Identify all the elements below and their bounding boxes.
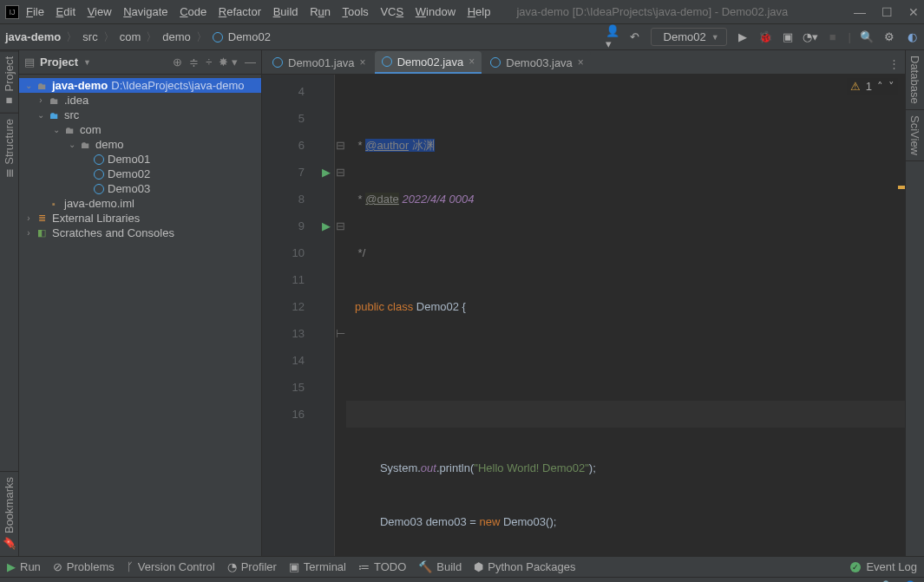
side-tab-bookmarks[interactable]: 🔖Bookmarks [0,471,18,556]
menu-file[interactable]: File [26,5,44,18]
minimize-icon[interactable]: — [854,5,866,19]
back-arrow-icon[interactable]: ↶ [628,30,642,44]
menu-view[interactable]: View [88,5,112,18]
crumb-com[interactable]: com [120,30,141,43]
coverage-icon[interactable]: ▣ [781,30,795,44]
tree-src[interactable]: ⌄🖿 src [19,108,261,122]
menu-run[interactable]: Run [310,5,331,18]
settings-icon[interactable]: ⚙ [882,30,896,44]
tree-demo[interactable]: ⌄🖿 demo [19,137,261,152]
gear-icon[interactable]: ✸ ▾ [219,56,238,69]
class-icon [272,57,283,68]
side-tab-sciview[interactable]: SciView [906,110,924,161]
run-icon[interactable]: ▶ [736,30,750,44]
tree-demo01[interactable]: Demo01 [19,152,261,167]
tree-iml[interactable]: ▪ java-demo.iml [19,196,261,211]
crumb-demo[interactable]: demo [162,30,191,43]
crumb-file[interactable]: Demo02 [228,30,271,43]
tab-close-icon[interactable]: × [578,56,584,69]
project-tree: ⌄🖿 java-demoD:\IdeaProjects\java-demo ›🖿… [19,75,261,244]
menu-code[interactable]: Code [180,5,206,18]
crumb-src[interactable]: src [82,30,97,43]
breadcrumb: java-demo 〉 src 〉 com 〉 demo 〉 Demo02 [5,29,271,45]
line-gutter: 456 789 101112 131415 16 [262,75,318,556]
class-icon [213,32,223,43]
debug-icon[interactable]: 🐞 [758,30,772,44]
warning-icon: ⚠ [850,80,861,93]
tool-profiler[interactable]: ◔Profiler [227,560,277,573]
plugin-icon[interactable]: ◐ [905,30,919,44]
target-icon[interactable]: ⊕ [173,56,182,69]
menu-window[interactable]: Window [416,5,455,18]
hide-icon[interactable]: — [245,56,256,69]
tree-scratches[interactable]: ›◧ Scratches and Consoles [19,226,261,240]
tool-build[interactable]: 🔨Build [418,560,462,573]
menu-edit[interactable]: Edit [56,5,75,18]
expand-icon[interactable]: ÷ [206,56,212,69]
menu-tools[interactable]: Tools [342,5,368,18]
class-icon [490,57,501,68]
tool-event-log[interactable]: Event Log [866,560,917,573]
tree-demo02[interactable]: Demo02 [19,167,261,181]
menu-navigate[interactable]: Navigate [123,5,167,18]
side-tab-project[interactable]: ■Project [0,50,18,113]
run-gutter[interactable]: ▶ ▶ [318,75,334,556]
inspection-widget[interactable]: ⚠ 1 ˄ ˅ [847,78,898,95]
tool-version-control[interactable]: ᚴVersion Control [127,560,215,573]
class-icon [382,56,392,67]
crumb-root[interactable]: java-demo [5,30,61,43]
menu-refactor[interactable]: Refactor [219,5,261,18]
app-logo-icon: IJ [5,5,19,19]
chevron-up-icon[interactable]: ˄ [877,80,883,93]
project-tool-icon: ▤ [24,56,35,69]
tool-python[interactable]: ⬢Python Packages [474,560,575,573]
tool-problems[interactable]: ⊘Problems [53,560,115,573]
chevron-down-icon[interactable]: ˅ [888,80,895,93]
project-view-dropdown[interactable]: ▼ [83,58,91,67]
menu-build[interactable]: Build [273,5,298,18]
close-icon[interactable]: ✕ [908,5,919,19]
tree-root[interactable]: ⌄🖿 java-demoD:\IdeaProjects\java-demo [19,78,261,93]
compress-icon[interactable]: ≑ [189,56,199,69]
tree-com[interactable]: ⌄🖿 com [19,122,261,137]
editor-tab-demo03[interactable]: Demo03.java × [483,51,591,74]
tab-close-icon[interactable]: × [469,56,475,68]
tool-run[interactable]: ▶Run [7,560,41,573]
fold-gutter[interactable]: ⊟⊟ ⊟ ⊢ [334,75,346,556]
editor-tab-demo01[interactable]: Demo01.java × [265,51,373,74]
user-icon[interactable]: 👤▾ [606,30,619,44]
stop-icon[interactable]: ■ [826,30,840,44]
tool-terminal[interactable]: ▣Terminal [289,560,346,573]
menu-help[interactable]: Help [468,5,491,18]
source-text[interactable]: * @author 冰渊 * @date 2022/4/4 0004 */ pu… [346,75,905,556]
event-status-icon: ✓ [850,562,861,572]
editor-tab-demo02[interactable]: Demo02.java × [375,51,482,74]
run-config-label: Demo02 [664,30,706,43]
code-editor[interactable]: 456 789 101112 131415 16 ▶ ▶ ⊟⊟ ⊟ ⊢ * @a… [262,75,905,556]
tree-idea[interactable]: ›🖿 .idea [19,93,261,108]
tabs-more-icon[interactable]: ⋮ [888,57,900,70]
menu-vcs[interactable]: VCS [380,5,403,18]
tool-todo[interactable]: ≔TODO [358,560,406,573]
profile-icon[interactable]: ◔▾ [803,30,817,44]
main-menu-bar: File Edit View Navigate Code Refactor Bu… [26,5,499,18]
tree-external[interactable]: ›≣ External Libraries [19,211,261,226]
tree-demo03[interactable]: Demo03 [19,181,261,196]
side-tab-structure[interactable]: ≣Structure [0,113,18,183]
side-tab-database[interactable]: Database [906,50,924,110]
run-config-dropdown[interactable]: Demo02 ▼ [651,28,727,46]
maximize-icon[interactable]: ☐ [881,5,893,19]
search-icon[interactable]: 🔍 [860,30,874,44]
window-title: java-demo [D:\IdeaProjects\java-demo] - … [516,5,854,18]
tab-close-icon[interactable]: × [360,56,366,69]
project-panel-title: Project [40,56,78,69]
warning-marker[interactable] [898,186,905,189]
